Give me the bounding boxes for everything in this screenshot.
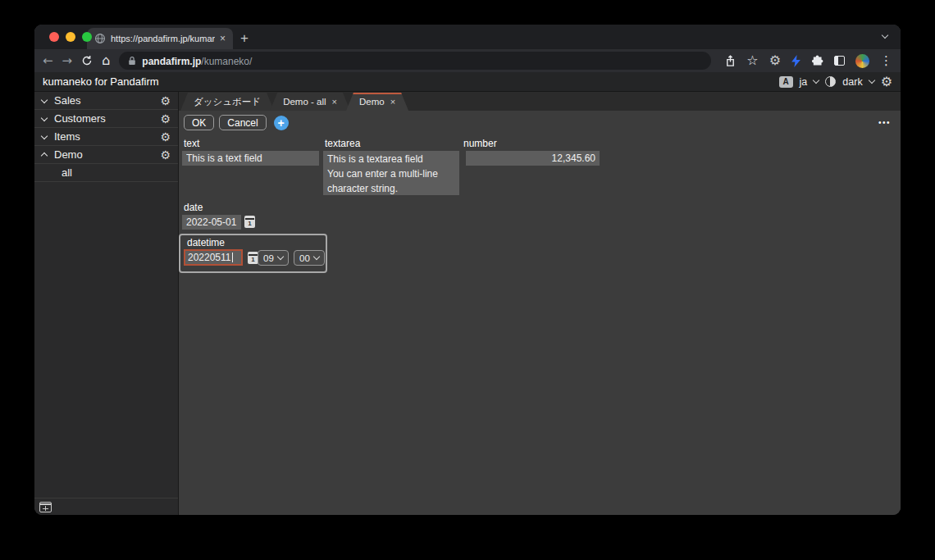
text-field-label: text [184,138,199,149]
lightning-extension-icon[interactable] [791,55,800,67]
extension-gear-icon[interactable]: ⚙ [769,54,781,67]
url-domain: pandafirm.jp [142,56,201,67]
datetime-field-input[interactable]: 20220511 [184,249,243,266]
back-button[interactable]: ← [43,55,53,67]
record-toolbar: OK Cancel + ••• [179,111,901,132]
new-tab-button[interactable]: + [233,28,256,49]
tab-label: Demo - all [283,97,326,107]
tab-close-icon[interactable]: × [332,97,337,107]
sidebar-spacer [34,182,178,498]
app-header-controls: A ja dark ⚙ [779,75,892,89]
reload-button[interactable] [81,55,93,66]
sidebar: Sales ⚙ Customers ⚙ Items ⚙ Demo ⚙ all [34,92,179,515]
date-field-input[interactable] [182,215,241,230]
sidebar-item-label: Items [54,130,80,143]
address-bar[interactable]: pandafirm.jp/kumaneko/ [119,52,711,70]
datetime-field-group: datetime 20220511 09 00 [179,234,327,273]
extensions-puzzle-icon[interactable] [811,55,823,67]
language-icon: A [779,76,793,88]
datetime-value: 20220511 [188,252,231,263]
number-field-input[interactable] [466,151,600,166]
sidebar-item-label: Sales [54,94,81,107]
chevron-down-icon [882,32,888,39]
sidebar-item-items[interactable]: Items ⚙ [34,128,178,146]
zoom-window-button[interactable] [82,32,92,42]
browser-tabstrip: https://pandafirm.jp/kumaneko × + [34,25,901,49]
textarea-field-label: textarea [325,138,360,149]
tab-label: ダッシュボード [194,96,261,108]
home-button[interactable]: ⌂ [102,54,110,67]
hour-select[interactable]: 09 [258,250,289,266]
sidebar-subitem-all[interactable]: all [34,164,178,182]
close-window-button[interactable] [49,32,59,42]
lock-icon [128,56,136,66]
tab-demo-all[interactable]: Demo - all × [270,93,350,111]
minimize-window-button[interactable] [66,32,75,42]
calendar-icon[interactable] [244,216,255,228]
theme-contrast-icon [825,76,836,87]
gear-icon[interactable]: ⚙ [160,113,171,125]
app-header: kumaneko for Pandafirm A ja dark ⚙ [34,72,901,92]
chevron-down-icon [41,132,48,139]
cancel-button[interactable]: Cancel [219,115,266,130]
chevron-down-icon[interactable] [868,77,874,84]
tab-search-button[interactable] [883,26,887,41]
chevron-down-icon [313,253,320,260]
browser-toolbar: ← → ⌂ pandafirm.jp/kumaneko/ ☆ ⚙ [34,49,901,72]
add-record-button[interactable]: + [274,116,289,130]
tab-dashboard[interactable]: ダッシュボード [180,93,274,111]
text-cursor [232,253,233,262]
browser-menu-icon[interactable]: ⋮ [880,55,892,67]
toolbar-icons: ☆ ⚙ ⋮ [725,54,892,68]
chevron-down-icon[interactable] [813,77,819,84]
bookmark-star-icon[interactable]: ☆ [746,54,758,67]
sidebar-item-demo[interactable]: Demo ⚙ [34,146,178,164]
side-panel-icon[interactable] [834,56,845,66]
textarea-field-input[interactable]: This is a textarea field You can enter a… [323,151,459,195]
tab-close-icon[interactable]: × [390,97,395,107]
date-field-label: date [184,202,203,213]
number-field-label: number [463,138,497,149]
sidebar-item-customers[interactable]: Customers ⚙ [34,110,178,128]
settings-gear-icon[interactable]: ⚙ [881,75,892,89]
content-tabstrip: ダッシュボード Demo - all × Demo × [179,92,901,111]
language-select[interactable]: ja [800,76,808,88]
url-path: /kumaneko/ [201,56,252,67]
datetime-field-label: datetime [187,237,225,248]
chevron-down-icon [277,253,284,260]
forward-button[interactable]: → [62,55,73,67]
ok-button[interactable]: OK [184,115,214,130]
sidebar-item-sales[interactable]: Sales ⚙ [34,92,178,110]
browser-tab-title: https://pandafirm.jp/kumaneko [111,34,215,43]
hour-value: 09 [263,253,274,263]
chevron-down-icon [41,96,48,102]
more-menu-icon[interactable]: ••• [878,118,891,127]
profile-avatar[interactable] [855,54,869,68]
gear-icon[interactable]: ⚙ [160,131,171,143]
app-title: kumaneko for Pandafirm [43,75,159,88]
share-icon[interactable] [725,55,736,67]
add-app-icon[interactable] [39,502,52,512]
record-form: text textarea This is a textarea field Y… [179,132,901,515]
theme-select[interactable]: dark [842,76,862,88]
gear-icon[interactable]: ⚙ [160,95,171,107]
sidebar-footer [34,498,178,515]
sidebar-item-label: Customers [54,112,106,125]
text-field-input[interactable] [182,151,319,166]
browser-tab[interactable]: https://pandafirm.jp/kumaneko × [87,28,233,49]
tab-close-icon[interactable]: × [220,34,226,43]
browser-window: https://pandafirm.jp/kumaneko × + ← → ⌂ … [34,25,901,515]
sidebar-item-label: Demo [54,148,83,161]
chevron-up-icon [41,152,48,158]
content-area: ダッシュボード Demo - all × Demo × OK Cancel + … [179,92,901,515]
traffic-lights [49,32,92,42]
main-area: Sales ⚙ Customers ⚙ Items ⚙ Demo ⚙ all [34,92,901,515]
chevron-down-icon [41,114,48,121]
sidebar-subitem-label: all [62,166,72,179]
tab-label: Demo [359,97,385,107]
tab-demo[interactable]: Demo × [346,93,408,111]
minute-select[interactable]: 00 [294,250,325,266]
globe-favicon-icon [94,33,106,44]
minute-value: 00 [299,253,310,263]
gear-icon[interactable]: ⚙ [160,149,171,161]
